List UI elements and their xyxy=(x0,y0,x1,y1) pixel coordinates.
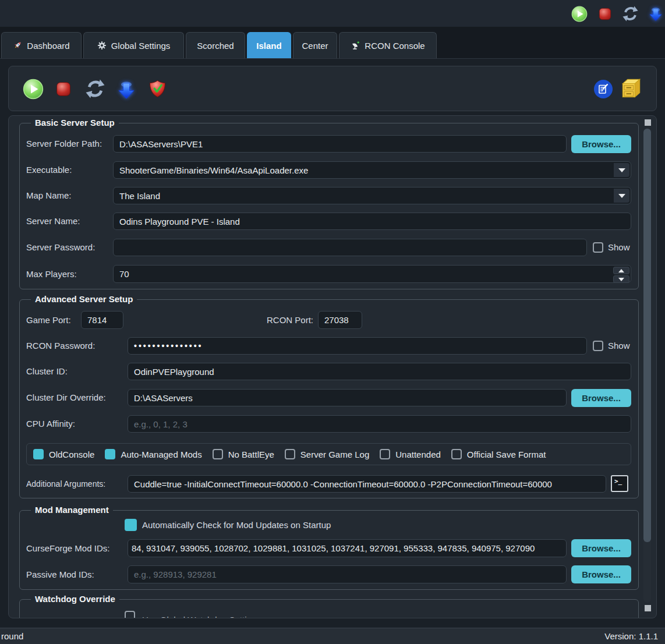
watchdog-override-label: Use Global Watchdog Settings xyxy=(142,614,261,618)
show-server-password-checkbox[interactable] xyxy=(593,242,603,253)
scrollbar-thumb[interactable] xyxy=(643,129,651,542)
flag-server-game-log[interactable]: Server Game Log xyxy=(285,449,369,459)
flag-label: Auto-Managed Mods xyxy=(121,450,201,459)
cpu-affinity-input[interactable] xyxy=(128,415,631,433)
max-players-label: Max Players: xyxy=(26,265,77,283)
tab-rcon-console[interactable]: RCON Console xyxy=(339,32,437,58)
executable-value: ShooterGame/Binaries/Win64/AsaApiLoader.… xyxy=(119,165,308,175)
validate-shield-icon[interactable] xyxy=(148,80,167,98)
passive-mod-ids-input[interactable] xyxy=(128,565,567,583)
browse-cluster-dir-button[interactable]: Browse... xyxy=(571,389,631,407)
server-password-input[interactable] xyxy=(113,239,587,256)
flag-unattended[interactable]: Unattended xyxy=(380,449,441,459)
flag-label: Official Save Format xyxy=(467,450,546,459)
map-name-select[interactable]: The Island xyxy=(113,187,631,204)
server-game-log-checkbox[interactable] xyxy=(285,449,295,459)
flag-label: No BattlEye xyxy=(228,450,274,459)
group-title: Watchdog Override xyxy=(31,595,119,604)
map-name-value: The Island xyxy=(119,191,160,201)
terminal-icon[interactable]: >_ xyxy=(611,475,628,492)
additional-arguments-input[interactable] xyxy=(128,475,606,493)
flag-official-save-format[interactable]: Official Save Format xyxy=(451,449,546,459)
tab-scorched[interactable]: Scorched xyxy=(186,32,245,58)
cluster-id-input[interactable] xyxy=(128,363,631,380)
version-text: Version: 1.1.1 xyxy=(604,628,658,644)
browse-passive-mods-button[interactable]: Browse... xyxy=(571,565,631,583)
tab-bar: Dashboard Global Settings Scorched Islan… xyxy=(0,27,665,59)
flag-label: Unattended xyxy=(395,450,441,459)
show-rcon-password-checkbox[interactable] xyxy=(593,341,603,351)
start-server-icon[interactable] xyxy=(23,79,44,100)
show-label: Show xyxy=(608,239,630,256)
chevron-down-icon[interactable] xyxy=(614,189,629,203)
max-players-input[interactable] xyxy=(113,265,631,283)
rcon-password-input[interactable] xyxy=(128,337,587,355)
watchdog-override-checkbox[interactable] xyxy=(125,611,135,618)
stop-server-icon[interactable] xyxy=(598,7,612,21)
unattended-checkbox[interactable] xyxy=(380,449,390,459)
cluster-dir-override-input[interactable] xyxy=(128,389,567,406)
cluster-id-label: Cluster ID: xyxy=(26,363,68,380)
tab-global-settings[interactable]: Global Settings xyxy=(83,32,184,58)
tab-label: Center xyxy=(302,41,328,51)
curseforge-mod-ids-input[interactable] xyxy=(128,539,567,557)
cluster-dir-override-label: Cluster Dir Override: xyxy=(26,389,106,406)
stop-server-icon[interactable] xyxy=(55,81,72,97)
chevron-down-icon[interactable] xyxy=(614,163,629,177)
tab-label: Global Settings xyxy=(111,41,171,51)
show-label: Show xyxy=(608,337,630,355)
rcon-port-input[interactable] xyxy=(318,311,362,329)
auto-check-mod-updates-checkbox[interactable] xyxy=(125,519,137,531)
flag-label: Server Game Log xyxy=(300,450,369,459)
no-battleye-checkbox[interactable] xyxy=(213,449,223,459)
server-config-panel: Basic Server Setup Server Folder Path: B… xyxy=(8,115,657,618)
map-name-label: Map Name: xyxy=(26,187,72,204)
official-save-format-checkbox[interactable] xyxy=(451,449,462,459)
update-mods-icon[interactable] xyxy=(116,79,137,100)
tab-label: Island xyxy=(256,41,281,51)
auto-managed-mods-checkbox[interactable] xyxy=(105,449,115,459)
auto-check-mod-updates-label: Automatically Check for Mod Updates on S… xyxy=(142,518,331,532)
server-folder-path-input[interactable] xyxy=(113,135,567,153)
flag-auto-managed-mods[interactable]: Auto-Managed Mods xyxy=(105,449,201,459)
spinner-down-icon[interactable] xyxy=(613,275,629,283)
flag-no-battleye[interactable]: No BattlEye xyxy=(213,449,274,459)
tab-center[interactable]: Center xyxy=(293,32,337,58)
rcon-password-label: RCON Password: xyxy=(26,337,95,355)
toolbar xyxy=(8,66,657,111)
group-title: Basic Server Setup xyxy=(31,118,119,128)
oldconsole-checkbox[interactable] xyxy=(33,449,44,459)
flag-label: OldConsole xyxy=(49,450,94,459)
additional-arguments-label: Additional Arguments: xyxy=(26,475,105,493)
scroll-top-button[interactable] xyxy=(645,119,651,126)
app-window: Dashboard Global Settings Scorched Islan… xyxy=(0,0,665,644)
mod-archive-icon[interactable] xyxy=(619,77,643,100)
tab-dashboard[interactable]: Dashboard xyxy=(1,32,82,58)
refresh-icon[interactable] xyxy=(86,79,105,98)
browse-curseforge-mods-button[interactable]: Browse... xyxy=(571,539,631,557)
group-title: Mod Management xyxy=(31,505,113,515)
titlebar xyxy=(0,0,665,27)
start-server-icon[interactable] xyxy=(571,6,588,22)
browse-server-folder-button[interactable]: Browse... xyxy=(571,135,631,153)
update-icon[interactable] xyxy=(648,5,664,22)
tab-label: Dashboard xyxy=(27,41,69,51)
status-left-text: round xyxy=(1,628,23,644)
game-port-label: Game Port: xyxy=(26,311,71,329)
server-flags-row: OldConsole Auto-Managed Mods No BattlEye… xyxy=(26,443,631,465)
spinner-up-icon[interactable] xyxy=(613,267,629,274)
tab-label: Scorched xyxy=(197,41,234,51)
server-name-input[interactable] xyxy=(113,213,631,230)
status-bar: round Version: 1.1.1 xyxy=(0,628,665,644)
tab-island[interactable]: Island xyxy=(247,32,291,58)
flag-oldconsole[interactable]: OldConsole xyxy=(33,449,94,459)
executable-select[interactable]: ShooterGame/Binaries/Win64/AsaApiLoader.… xyxy=(113,161,631,179)
server-log-icon[interactable] xyxy=(593,79,613,99)
server-name-label: Server Name: xyxy=(26,213,80,230)
server-password-label: Server Password: xyxy=(26,239,95,256)
game-port-input[interactable] xyxy=(81,311,123,329)
scroll-bottom-button[interactable] xyxy=(645,605,651,611)
rcon-port-label: RCON Port: xyxy=(242,311,313,329)
executable-label: Executable: xyxy=(26,161,72,179)
refresh-icon[interactable] xyxy=(622,6,638,22)
